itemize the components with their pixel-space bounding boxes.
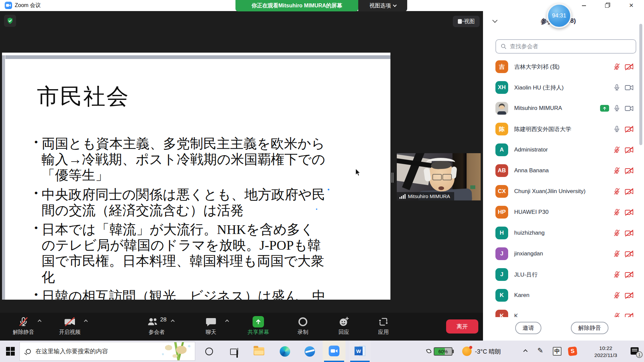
- camera-status-icon: [625, 271, 634, 278]
- taskbar-clock[interactable]: 10:22 2022/11/3: [586, 345, 625, 359]
- record-button[interactable]: 录制: [282, 315, 324, 339]
- restore-button[interactable]: [599, 0, 615, 11]
- meeting-timer-overlay[interactable]: 94:31: [547, 3, 572, 28]
- security-shield-icon[interactable]: [4, 15, 16, 27]
- participant-avatar: J: [495, 247, 508, 260]
- windows-start-button[interactable]: [6, 347, 15, 356]
- glasses: [432, 174, 452, 180]
- participant-row[interactable]: Mitsuhiro MIMURA: [483, 98, 644, 119]
- slide-bullet: 日本では「韓流」が大流行。NHKを含め多く のテレビ局が韓国のドラマを放映。J-…: [34, 222, 376, 285]
- participant-row[interactable]: XH Xiaolin HU (主持人): [483, 77, 644, 98]
- chevron-down-icon: [393, 3, 396, 7]
- panel-collapse-chevron[interactable]: [492, 18, 498, 23]
- apps-button[interactable]: 应用: [363, 315, 404, 339]
- sogou-input-icon[interactable]: S: [568, 347, 578, 356]
- camera-status-icon: [625, 126, 634, 133]
- pen-icon[interactable]: ✎: [537, 347, 543, 355]
- participant-avatar: J: [495, 268, 508, 281]
- browser-icon[interactable]: [305, 346, 315, 357]
- panel-resize-handle[interactable]: [391, 173, 394, 183]
- view-options-label: 视图选项: [370, 2, 391, 9]
- reactions-button[interactable]: 回应: [323, 315, 365, 339]
- battery-indicator[interactable]: 60%: [434, 347, 452, 356]
- participants-icon: [147, 317, 158, 327]
- edge-browser-icon[interactable]: [280, 346, 290, 357]
- windows-taskbar: 在这里输入你要搜索的内容 W 60% -3°C 晴朗 ✎ 中 S 10: [0, 341, 644, 362]
- task-view-icon[interactable]: [230, 348, 239, 355]
- invite-button[interactable]: 邀请: [515, 322, 541, 334]
- zoom-taskbar-slot[interactable]: [323, 341, 345, 362]
- ime-indicator[interactable]: 中: [553, 347, 561, 356]
- participant-search-input[interactable]: 查找参会者: [495, 39, 636, 54]
- camera-status-icon: [625, 146, 634, 154]
- slide-bullet-list: 両国とも資本主義、多党制民主主義を欧米から 輸入→冷戦期、ポスト冷戦期の米国覇権…: [34, 136, 376, 300]
- participants-list: 吉 吉林大学刘祁 (我) XH Xiaolin HU (主持人): [483, 56, 644, 341]
- chat-button[interactable]: 聊天: [190, 315, 232, 339]
- view-options-button[interactable]: 视图选项: [358, 0, 407, 11]
- taskbar-search-box[interactable]: 在这里输入你要搜索的内容: [19, 342, 195, 361]
- mic-status-icon: [613, 84, 621, 91]
- chat-icon: [206, 317, 216, 327]
- participant-row[interactable]: HP HUAWEI P30: [483, 202, 644, 223]
- participant-row[interactable]: 吉 吉林大学刘祁 (我): [483, 56, 644, 77]
- speaker-name: Mitsuhiro MIMURA: [408, 193, 450, 199]
- participant-row[interactable]: CX Chunji Xuan(Jilin University): [483, 181, 644, 202]
- zoom-taskbar-icon: [329, 346, 339, 356]
- reactions-label: 回应: [323, 329, 365, 336]
- weather-icon[interactable]: [462, 347, 472, 356]
- camera-status-icon: [625, 167, 634, 174]
- search-icon: [501, 44, 506, 49]
- speaker-video-thumbnail[interactable]: Mitsuhiro MIMURA: [397, 153, 481, 200]
- hidden-icons-chevron[interactable]: [523, 349, 528, 354]
- time: 10:22: [586, 345, 625, 352]
- annotation-dot: [316, 208, 317, 210]
- taskbar-search-placeholder: 在这里输入你要搜索的内容: [36, 347, 108, 355]
- slide-bullet-partial: 日韓の相互訪問（観光、ビジネス）は盛ん、中: [34, 288, 376, 300]
- annotation-dot: [328, 189, 329, 190]
- zoom-app-icon: [5, 2, 12, 9]
- participant-name: Chunji Xuan(Jilin University): [514, 188, 586, 195]
- unmute-all-button[interactable]: 解除静音: [571, 322, 608, 334]
- participant-avatar: AB: [495, 164, 508, 177]
- camera-status-icon: [625, 230, 634, 237]
- eco-mode-icon: [426, 348, 431, 354]
- participant-name: jinxiangdan: [514, 250, 543, 257]
- participant-avatar: [495, 102, 508, 115]
- weather-text[interactable]: -3°C 晴朗: [475, 348, 501, 356]
- file-explorer-icon[interactable]: [254, 347, 264, 355]
- participant-name: Xiaolin HU (主持人): [514, 84, 564, 92]
- speaker-name-label: Mitsuhiro MIMURA: [397, 192, 454, 200]
- cortana-icon[interactable]: [205, 348, 213, 355]
- camera-status-icon: [625, 188, 634, 195]
- screen-share-banner: 你正在观看Mitsuhiro MIMURA的屏幕: [235, 0, 358, 11]
- participant-row[interactable]: J JLU-吕行: [483, 264, 644, 285]
- mic-status-icon: [613, 167, 621, 174]
- start-video-button[interactable]: 开启视频: [49, 315, 91, 339]
- word-taskbar-slot[interactable]: W: [349, 341, 371, 362]
- participants-button[interactable]: 28 参会者: [136, 315, 177, 339]
- panel-footer: 邀请 解除静音: [483, 317, 644, 341]
- participant-name: Administrator: [514, 146, 548, 153]
- unmute-button[interactable]: 解除静音: [3, 315, 44, 339]
- close-button[interactable]: ✕: [624, 0, 639, 11]
- notification-badge: 1: [636, 351, 643, 358]
- minimize-button[interactable]: [576, 0, 592, 11]
- layout-icon: [458, 19, 462, 24]
- signal-bars-icon: [399, 194, 406, 199]
- leave-meeting-button[interactable]: 离开: [446, 319, 478, 334]
- participant-row[interactable]: J jinxiangdan: [483, 243, 644, 264]
- camera-status-icon: [625, 209, 634, 216]
- participant-row[interactable]: 陈 陈建明西安外国语大学: [483, 119, 644, 139]
- participant-row[interactable]: A Administrator: [483, 139, 644, 160]
- share-screen-button[interactable]: 共享屏幕: [237, 315, 279, 339]
- screen-share-badge: [600, 105, 609, 112]
- view-button[interactable]: 视图: [453, 16, 480, 27]
- participant-row[interactable]: K Karen: [483, 285, 644, 306]
- apps-icon: [378, 317, 388, 327]
- record-label: 录制: [282, 329, 324, 336]
- participant-row[interactable]: H huizhizhang: [483, 223, 644, 243]
- panel-scrollbar[interactable]: [639, 24, 642, 145]
- participant-row[interactable]: AB Anna Banana: [483, 160, 644, 181]
- participant-name: JLU-吕行: [514, 271, 538, 279]
- mic-status-icon: [613, 105, 621, 112]
